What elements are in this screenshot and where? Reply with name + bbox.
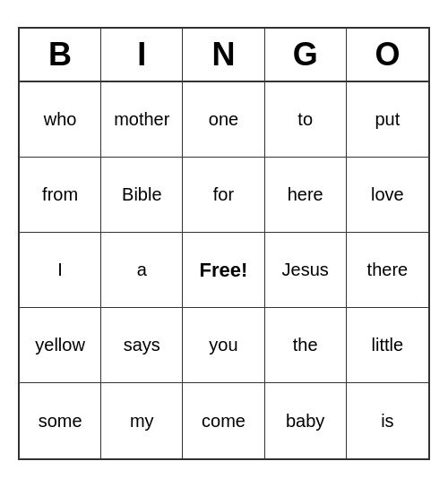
bingo-cell[interactable]: the: [265, 308, 347, 383]
bingo-cell[interactable]: for: [183, 158, 264, 233]
bingo-cell[interactable]: Jesus: [265, 233, 347, 308]
bingo-cell[interactable]: to: [265, 82, 347, 158]
bingo-cell[interactable]: yellow: [20, 308, 101, 383]
bingo-cell[interactable]: Bible: [101, 158, 183, 233]
bingo-cell[interactable]: I: [20, 233, 101, 308]
bingo-header: BINGO: [20, 29, 428, 82]
bingo-card: BINGO whomotheronetoputfromBibleforherel…: [18, 27, 430, 460]
bingo-cell[interactable]: mother: [101, 82, 183, 158]
bingo-header-letter: O: [347, 29, 428, 81]
bingo-header-letter: I: [101, 29, 183, 81]
bingo-cell[interactable]: who: [20, 82, 101, 158]
bingo-cell[interactable]: my: [101, 383, 183, 458]
bingo-cell[interactable]: here: [265, 158, 347, 233]
bingo-header-letter: N: [183, 29, 264, 81]
bingo-cell[interactable]: put: [347, 82, 428, 158]
bingo-cell[interactable]: there: [347, 233, 428, 308]
bingo-cell[interactable]: little: [347, 308, 428, 383]
bingo-grid: whomotheronetoputfromBibleforhereloveIaF…: [20, 82, 428, 458]
bingo-cell[interactable]: love: [347, 158, 428, 233]
bingo-cell[interactable]: baby: [265, 383, 347, 458]
bingo-cell[interactable]: is: [347, 383, 428, 458]
bingo-header-letter: B: [20, 29, 101, 81]
bingo-cell[interactable]: a: [101, 233, 183, 308]
bingo-cell[interactable]: from: [20, 158, 101, 233]
bingo-cell[interactable]: come: [183, 383, 264, 458]
bingo-cell[interactable]: says: [101, 308, 183, 383]
bingo-cell[interactable]: you: [183, 308, 264, 383]
bingo-header-letter: G: [265, 29, 347, 81]
free-space[interactable]: Free!: [183, 233, 264, 308]
bingo-cell[interactable]: one: [183, 82, 264, 158]
bingo-cell[interactable]: some: [20, 383, 101, 458]
